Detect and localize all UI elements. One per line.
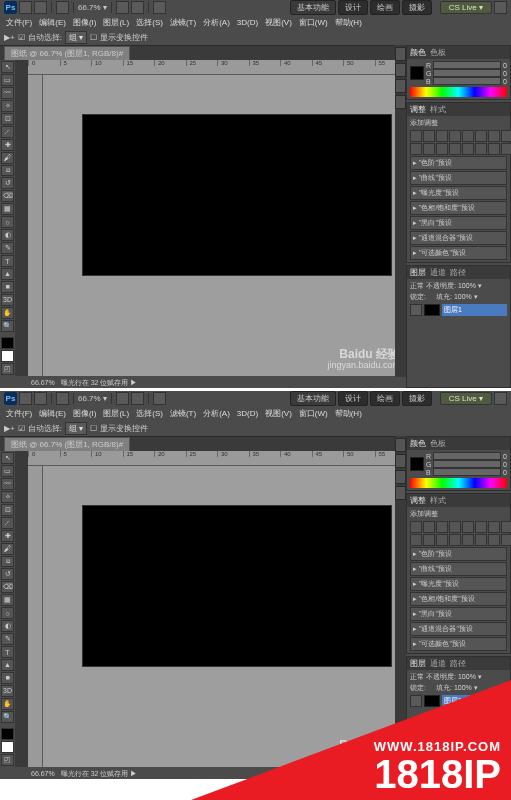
g-slider[interactable] [433, 69, 501, 77]
move-tool[interactable]: ↖ [1, 61, 14, 73]
br-icon[interactable] [19, 392, 32, 405]
marquee-tool[interactable]: ▭ [1, 74, 14, 86]
adj-icon[interactable] [410, 130, 422, 142]
gradient-tool[interactable]: ▦ [1, 594, 14, 606]
fg-color-swatch[interactable] [1, 728, 14, 740]
ruler-horizontal[interactable]: 0510152025303540455055 [28, 60, 406, 75]
collapsed-panel-icon[interactable] [395, 438, 406, 452]
search-icon[interactable] [494, 1, 507, 14]
status-zoom[interactable]: 66.67% [31, 379, 55, 386]
r-slider[interactable] [433, 61, 501, 69]
adj-icon[interactable] [475, 521, 487, 533]
layers-tab[interactable]: 图层 [410, 267, 426, 278]
channels-tab[interactable]: 通道 [430, 658, 446, 669]
menu-layer[interactable]: 图层(L) [101, 17, 131, 28]
menu-help[interactable]: 帮助(H) [333, 408, 364, 419]
adjustment-preset[interactable]: ▸ "黑白"预设 [410, 607, 507, 621]
blend-mode-dropdown[interactable]: 正常 [410, 672, 424, 682]
lasso-tool[interactable]: 〰 [1, 478, 14, 490]
adj-icon[interactable] [475, 143, 487, 155]
r-value[interactable]: 0 [503, 453, 507, 460]
layer-name[interactable]: 图层1 [442, 304, 507, 316]
menu-window[interactable]: 窗口(W) [297, 17, 330, 28]
cs-live-button[interactable]: CS Live ▾ [440, 1, 492, 14]
layer-row[interactable]: 图层1 [410, 695, 507, 707]
layer-thumb[interactable] [424, 304, 440, 316]
quick-mask-icon[interactable]: ◰ [1, 363, 14, 375]
guide-icon[interactable] [153, 1, 166, 14]
brush-tool[interactable]: 🖌 [1, 543, 14, 555]
fg-color-swatch[interactable] [1, 337, 14, 349]
shape-tool[interactable]: ■ [1, 281, 14, 293]
menu-select[interactable]: 选择(S) [134, 17, 165, 28]
history-brush-tool[interactable]: ↺ [1, 177, 14, 189]
workspace-paint-button[interactable]: 绘画 [370, 0, 400, 15]
mb-icon[interactable] [34, 392, 47, 405]
collapsed-panel-icon[interactable] [395, 47, 406, 61]
bg-color-swatch[interactable] [1, 350, 14, 362]
color-fg-swatch[interactable] [410, 457, 424, 471]
lasso-tool[interactable]: 〰 [1, 87, 14, 99]
layer-name[interactable]: 图层1 [442, 695, 507, 707]
screen-mode-icon[interactable] [116, 392, 129, 405]
adj-icon[interactable] [423, 534, 435, 546]
canvas-area[interactable]: Baidu 经验 jingyan.baidu.com [43, 466, 406, 767]
color-tab[interactable]: 颜色 [410, 438, 426, 449]
heal-tool[interactable]: ✚ [1, 139, 14, 151]
b-value[interactable]: 0 [503, 78, 507, 85]
adj-icon[interactable] [501, 130, 511, 142]
menu-file[interactable]: 文件(F) [4, 408, 34, 419]
adj-icon[interactable] [488, 521, 500, 533]
toolbox-collapse-bar[interactable] [15, 451, 28, 767]
paths-tab[interactable]: 路径 [450, 658, 466, 669]
artboard[interactable] [83, 115, 391, 275]
collapsed-panel-icon[interactable] [395, 454, 406, 468]
workspace-essentials-button[interactable]: 基本功能 [290, 391, 336, 406]
eyedropper-tool[interactable]: ⟋ [1, 517, 14, 529]
adj-icon[interactable] [462, 521, 474, 533]
auto-select-dropdown[interactable]: 组 ▾ [65, 422, 87, 435]
type-tool[interactable]: T [1, 646, 14, 658]
color-tab[interactable]: 颜色 [410, 47, 426, 58]
fill-field[interactable]: 100% ▾ [454, 293, 478, 301]
adj-icon[interactable] [423, 143, 435, 155]
eraser-tool[interactable]: ⌫ [1, 190, 14, 202]
threeD-tool[interactable]: 3D [1, 294, 14, 306]
marquee-tool[interactable]: ▭ [1, 465, 14, 477]
heal-tool[interactable]: ✚ [1, 530, 14, 542]
adj-icon[interactable] [488, 143, 500, 155]
type-tool[interactable]: T [1, 255, 14, 267]
zoom-level[interactable]: 66.7% ▾ [78, 3, 107, 12]
menu-3d[interactable]: 3D(D) [235, 18, 260, 27]
adj-icon[interactable] [501, 521, 511, 533]
zoom-level[interactable]: 66.7% ▾ [78, 394, 107, 403]
dodge-tool[interactable]: ◐ [1, 620, 14, 632]
menu-filter[interactable]: 滤镜(T) [168, 17, 198, 28]
hand-tool[interactable]: ✋ [1, 307, 14, 319]
adj-icon[interactable] [475, 534, 487, 546]
stamp-tool[interactable]: ⧈ [1, 556, 14, 568]
menu-view[interactable]: 视图(V) [263, 408, 294, 419]
styles-tab[interactable]: 样式 [430, 104, 446, 115]
adjustment-preset[interactable]: ▸ "色相/饱和度"预设 [410, 201, 507, 215]
cs-live-button[interactable]: CS Live ▾ [440, 392, 492, 405]
bg-color-swatch[interactable] [1, 741, 14, 753]
workspace-photo-button[interactable]: 摄影 [402, 0, 432, 15]
auto-select-dropdown[interactable]: 组 ▾ [65, 31, 87, 44]
auto-select-check[interactable]: ☑ [18, 33, 25, 42]
adjustment-preset[interactable]: ▸ "曲线"预设 [410, 171, 507, 185]
workspace-paint-button[interactable]: 绘画 [370, 391, 400, 406]
ruler-vertical[interactable] [28, 466, 43, 767]
adjustment-preset[interactable]: ▸ "色相/饱和度"预设 [410, 592, 507, 606]
adj-icon[interactable] [423, 521, 435, 533]
g-value[interactable]: 0 [503, 461, 507, 468]
layer-thumb[interactable] [424, 695, 440, 707]
visibility-eye-icon[interactable] [410, 304, 422, 316]
opacity-field[interactable]: 100% ▾ [458, 673, 482, 681]
screen-mode-icon[interactable] [116, 1, 129, 14]
eyedropper-tool[interactable]: ⟋ [1, 126, 14, 138]
move-tool[interactable]: ↖ [1, 452, 14, 464]
adjustment-preset[interactable]: ▸ "通道混合器"预设 [410, 622, 507, 636]
document-tab[interactable]: 图纸 @ 66.7% (图层1, RGB/8)# [4, 437, 130, 452]
adjustments-tab[interactable]: 调整 [410, 104, 426, 115]
